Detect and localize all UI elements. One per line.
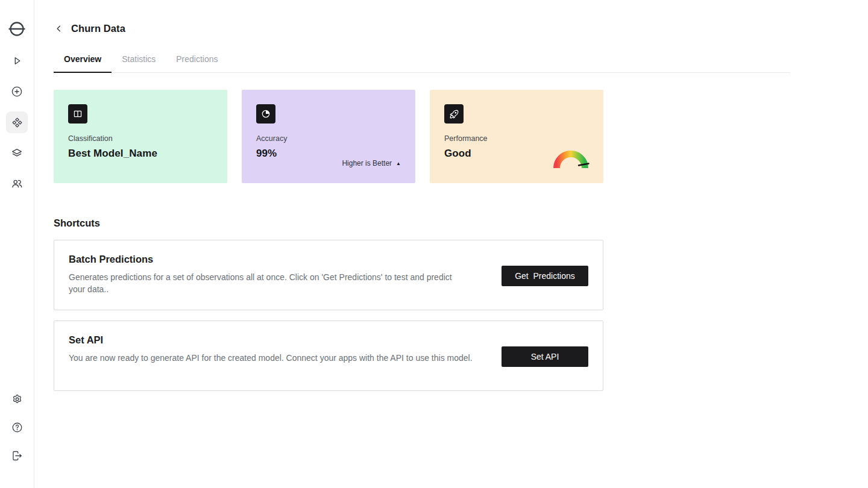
metric-label: Performance bbox=[444, 134, 589, 143]
card-classification: Classification Best Model_Name bbox=[54, 90, 227, 183]
caret-up-icon: ▲ bbox=[396, 161, 401, 166]
sidebar-item-layers[interactable] bbox=[6, 142, 28, 164]
models-icon bbox=[11, 116, 24, 129]
set-api-button[interactable]: Set API bbox=[502, 346, 588, 367]
sidebar-item-help[interactable] bbox=[6, 416, 28, 438]
card-performance: Performance Good bbox=[430, 90, 603, 183]
card-accuracy: Accuracy 99% Higher is Better ▲ bbox=[242, 90, 415, 183]
rocket-icon bbox=[444, 104, 464, 124]
help-icon bbox=[11, 421, 24, 434]
shortcut-title: Batch Predictions bbox=[69, 254, 588, 265]
sidebar-item-logout[interactable] bbox=[6, 445, 28, 466]
metric-hint-text: Higher is Better bbox=[342, 159, 392, 167]
sidebar-item-users[interactable] bbox=[6, 173, 28, 195]
sidebar-item-create[interactable] bbox=[6, 81, 28, 102]
page-title: Churn Data bbox=[71, 23, 125, 34]
shortcut-description: Generates predictions for a set of obser… bbox=[69, 271, 470, 295]
metric-value: Best Model_Name bbox=[68, 148, 213, 160]
tab-overview[interactable]: Overview bbox=[54, 54, 112, 73]
sidebar-item-run[interactable] bbox=[6, 50, 28, 72]
sidebar bbox=[0, 0, 34, 488]
chevron-left-icon bbox=[54, 24, 63, 33]
shortcut-batch-predictions: Batch Predictions Generates predictions … bbox=[54, 240, 603, 310]
app-logo-icon[interactable] bbox=[8, 20, 26, 38]
shortcut-set-api: Set API You are now ready to generate AP… bbox=[54, 321, 603, 391]
metric-label: Classification bbox=[68, 134, 213, 143]
sidebar-bottom bbox=[6, 388, 28, 466]
main-content: Churn Data Overview Statistics Predictio… bbox=[34, 0, 868, 488]
metric-hint[interactable]: Higher is Better ▲ bbox=[342, 159, 401, 167]
sidebar-item-models[interactable] bbox=[6, 111, 28, 133]
tab-bar: Overview Statistics Predictions bbox=[54, 54, 790, 73]
tab-predictions[interactable]: Predictions bbox=[166, 54, 228, 73]
back-button[interactable] bbox=[54, 24, 63, 34]
columns-icon bbox=[68, 104, 87, 124]
shortcut-description: You are now ready to generate API for th… bbox=[69, 352, 491, 364]
settings-gear-icon bbox=[11, 393, 24, 405]
get-predictions-button[interactable]: Get Predictions bbox=[502, 266, 588, 286]
metric-value: 99% bbox=[256, 148, 401, 160]
metric-cards-row: Classification Best Model_Name Accuracy … bbox=[54, 90, 868, 183]
users-icon bbox=[10, 177, 24, 190]
tab-statistics[interactable]: Statistics bbox=[112, 54, 166, 73]
sidebar-nav bbox=[6, 50, 28, 195]
logout-icon bbox=[11, 449, 24, 462]
layers-icon bbox=[10, 146, 24, 160]
shortcut-title: Set API bbox=[69, 334, 588, 346]
play-icon bbox=[10, 54, 24, 67]
add-circle-icon bbox=[10, 85, 24, 98]
metric-label: Accuracy bbox=[256, 134, 401, 143]
performance-gauge bbox=[552, 147, 590, 170]
page-header: Churn Data bbox=[54, 23, 868, 34]
sidebar-item-settings[interactable] bbox=[6, 388, 28, 410]
shortcuts-heading: Shortcuts bbox=[54, 217, 868, 229]
pie-chart-icon bbox=[256, 104, 275, 124]
